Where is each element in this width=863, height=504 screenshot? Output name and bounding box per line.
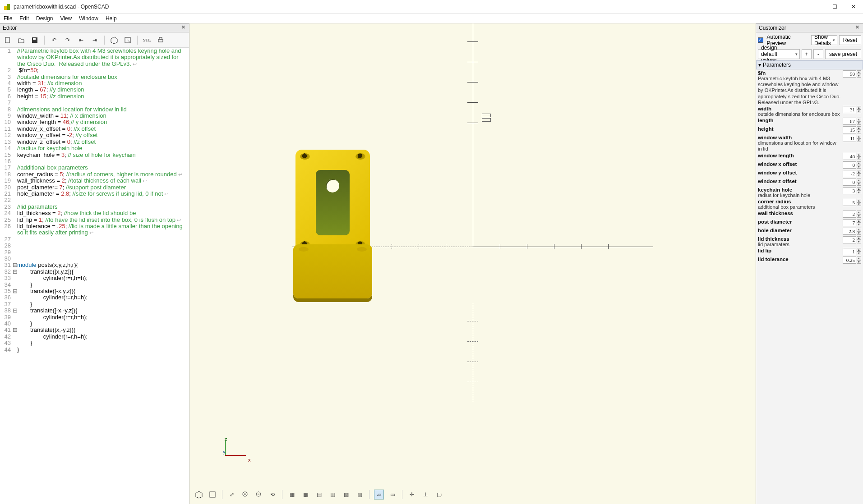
details-select[interactable]: Show Details ▾ — [811, 35, 837, 45]
menu-help[interactable]: Help — [106, 15, 117, 22]
perspective-icon[interactable]: ▱ — [374, 490, 384, 499]
spinner-up-icon[interactable]: ▴ — [857, 211, 861, 214]
spinner-up-icon[interactable]: ▴ — [857, 118, 861, 121]
spinner-up-icon[interactable]: ▴ — [857, 135, 861, 138]
param-input[interactable] — [843, 161, 856, 169]
param-input[interactable] — [843, 211, 856, 218]
spinner-down-icon[interactable]: ▾ — [857, 110, 861, 113]
spinner-down-icon[interactable]: ▾ — [857, 174, 861, 177]
spinner-down-icon[interactable]: ▾ — [857, 130, 861, 133]
param-input[interactable] — [843, 219, 856, 226]
view-back-icon[interactable]: ▨ — [355, 490, 365, 499]
spinner-up-icon[interactable]: ▴ — [857, 153, 861, 156]
param-input[interactable] — [843, 153, 856, 160]
viewport-3d[interactable]: z y x ⤢ ⟲ ▦ ▩ ▤ ▥ ▧ ▨ ▱ ▭ ✛ ⊥ ▢ — [189, 23, 756, 504]
spinner-down-icon[interactable]: ▾ — [857, 202, 861, 206]
spinner-down-icon[interactable]: ▾ — [857, 214, 861, 218]
spinner-down-icon[interactable]: ▾ — [857, 191, 861, 194]
spinner-down-icon[interactable]: ▾ — [857, 260, 861, 264]
menu-window[interactable]: Window — [79, 15, 98, 22]
menu-view[interactable]: View — [60, 15, 72, 22]
editor-close-icon[interactable]: ✕ — [180, 25, 186, 31]
menu-design[interactable]: Design — [36, 15, 53, 22]
param-input[interactable] — [843, 248, 856, 255]
preset-remove-button[interactable]: - — [813, 49, 823, 59]
view-top-icon[interactable]: ▩ — [300, 490, 310, 499]
spinner-down-icon[interactable]: ▾ — [857, 240, 861, 243]
param-input[interactable] — [843, 126, 856, 133]
save-preset-button[interactable]: save preset — [825, 49, 861, 59]
spinner-down-icon[interactable]: ▾ — [857, 138, 861, 142]
spinner-up-icon[interactable]: ▴ — [857, 179, 861, 182]
view-bottom-icon[interactable]: ▤ — [314, 490, 324, 499]
preview-icon[interactable] — [109, 35, 119, 45]
param-input[interactable] — [843, 228, 856, 235]
save-file-icon[interactable] — [30, 35, 40, 45]
menu-file[interactable]: File — [4, 15, 12, 22]
spinner-up-icon[interactable]: ▴ — [857, 257, 861, 260]
spinner-down-icon[interactable]: ▾ — [857, 252, 861, 255]
spinner-up-icon[interactable]: ▴ — [857, 161, 861, 165]
param-input[interactable] — [843, 135, 856, 142]
param-input[interactable] — [843, 257, 856, 264]
param-input[interactable] — [843, 179, 856, 186]
param-input[interactable] — [843, 199, 856, 206]
spinner-up-icon[interactable]: ▴ — [857, 199, 861, 202]
zoom-out-icon[interactable] — [254, 490, 264, 499]
preset-add-button[interactable]: + — [802, 49, 812, 59]
parameters-section-header[interactable]: ▾ Parameters — [756, 60, 863, 69]
indent-icon[interactable]: ⇥ — [90, 35, 100, 45]
new-file-icon[interactable] — [3, 35, 13, 45]
render-cube-icon[interactable] — [208, 490, 217, 499]
view-all-icon[interactable]: ⤢ — [227, 490, 237, 499]
spinner-down-icon[interactable]: ▾ — [857, 121, 861, 125]
orthographic-icon[interactable]: ▭ — [388, 490, 397, 499]
unindent-icon[interactable]: ⇤ — [76, 35, 86, 45]
spinner-up-icon[interactable]: ▴ — [857, 236, 861, 240]
view-left-icon[interactable]: ▥ — [328, 490, 337, 499]
spinner-down-icon[interactable]: ▾ — [857, 231, 861, 235]
open-file-icon[interactable] — [16, 35, 26, 45]
undo-icon[interactable]: ↶ — [49, 35, 59, 45]
param-input[interactable] — [843, 106, 856, 113]
print-icon[interactable] — [156, 35, 166, 45]
render-icon[interactable] — [123, 35, 133, 45]
maximize-button[interactable]: ☐ — [831, 4, 838, 10]
spinner-down-icon[interactable]: ▾ — [857, 223, 861, 226]
spinner-up-icon[interactable]: ▴ — [857, 170, 861, 174]
param-input[interactable] — [843, 170, 856, 177]
param-input[interactable] — [843, 236, 856, 243]
minimize-button[interactable]: — — [812, 4, 819, 10]
menu-edit[interactable]: Edit — [19, 15, 29, 22]
spinner-up-icon[interactable]: ▴ — [857, 187, 861, 191]
reset-view-icon[interactable]: ⟲ — [268, 490, 277, 499]
spinner-up-icon[interactable]: ▴ — [857, 228, 861, 231]
code-editor[interactable]: 1//Parametric keyfob box with 4 M3 screw… — [0, 48, 189, 504]
close-button[interactable]: ✕ — [850, 4, 857, 10]
spinner-up-icon[interactable]: ▴ — [857, 70, 861, 74]
spinner-down-icon[interactable]: ▾ — [857, 165, 861, 169]
show-edges-icon[interactable]: ▢ — [434, 490, 444, 499]
param-input[interactable] — [843, 118, 856, 125]
spinner-down-icon[interactable]: ▾ — [857, 74, 861, 78]
spinner-up-icon[interactable]: ▴ — [857, 219, 861, 223]
spinner-up-icon[interactable]: ▴ — [857, 126, 861, 130]
reset-button[interactable]: Reset — [839, 35, 861, 45]
preview-icon[interactable] — [194, 490, 204, 499]
spinner-up-icon[interactable]: ▴ — [857, 248, 861, 252]
redo-icon[interactable]: ↷ — [63, 35, 73, 45]
spinner-up-icon[interactable]: ▴ — [857, 106, 861, 110]
customizer-close-icon[interactable]: ✕ — [854, 25, 860, 31]
preset-select[interactable]: design default values ▾ — [758, 49, 800, 59]
auto-preview-checkbox[interactable] — [758, 37, 763, 43]
view-right-icon[interactable]: ▦ — [287, 490, 297, 499]
view-front-icon[interactable]: ▧ — [341, 490, 351, 499]
spinner-down-icon[interactable]: ▾ — [857, 182, 861, 186]
param-input[interactable] — [843, 70, 856, 78]
show-scale-icon[interactable]: ⊥ — [420, 490, 430, 499]
zoom-in-icon[interactable] — [240, 490, 250, 499]
param-input[interactable] — [843, 187, 856, 194]
spinner-down-icon[interactable]: ▾ — [857, 156, 861, 160]
show-axes-icon[interactable]: ✛ — [407, 490, 417, 499]
export-stl-icon[interactable]: STL — [142, 35, 152, 45]
